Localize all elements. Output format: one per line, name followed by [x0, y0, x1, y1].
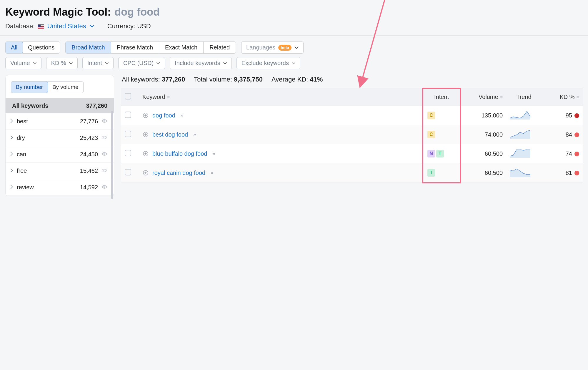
intent-cell: T [424, 163, 459, 182]
filter-row: Volume KD % Intent CPC (USD) Include key… [0, 57, 588, 75]
tab-phrase-match[interactable]: Phrase Match [111, 42, 159, 53]
intent-cell: C [424, 106, 459, 125]
database-selector[interactable]: Database: United States [5, 22, 94, 30]
eye-icon[interactable] [101, 168, 107, 174]
country-link[interactable]: United States [47, 22, 86, 30]
th-keyword[interactable]: Keyword≡ [139, 88, 424, 106]
stats-bar: All keywords: 377,260 Total volume: 9,37… [121, 75, 583, 88]
chevron-down-icon [294, 44, 299, 51]
difficulty-dot-icon [574, 152, 579, 156]
filter-volume[interactable]: Volume [5, 57, 41, 69]
difficulty-dot-icon [574, 113, 579, 118]
sort-icon: ≡ [167, 95, 170, 100]
row-checkbox[interactable] [125, 150, 131, 156]
filter-kd[interactable]: KD % [46, 57, 78, 69]
intent-cell: NT [424, 144, 459, 163]
add-keyword-icon[interactable] [142, 150, 149, 157]
keyword-groups-sidebar: By number By volume All keywords 377,260… [5, 75, 114, 196]
kd-cell: 84 [542, 125, 583, 144]
all-questions-tabs: All Questions [5, 42, 60, 54]
add-keyword-icon[interactable] [142, 112, 149, 119]
sidebar-item-label: free [17, 167, 76, 174]
filter-include-keywords[interactable]: Include keywords [170, 57, 232, 69]
row-checkbox[interactable] [125, 112, 131, 118]
table-row: dog food » C 135,000 95 [121, 106, 583, 125]
row-checkbox[interactable] [125, 131, 131, 137]
th-kd[interactable]: KD %≡ [542, 88, 583, 106]
sort-icon: ≡ [577, 95, 579, 100]
table-row: blue buffalo dog food » NT 60,500 74 [121, 144, 583, 163]
chevron-down-icon [90, 22, 94, 30]
eye-icon[interactable] [101, 151, 107, 157]
tab-exact-match[interactable]: Exact Match [159, 42, 204, 53]
difficulty-dot-icon [574, 171, 579, 175]
table-row: best dog food » C 74,000 84 [121, 125, 583, 144]
eye-icon[interactable] [101, 184, 107, 190]
database-label: Database: [5, 22, 35, 30]
tab-all[interactable]: All [5, 42, 23, 54]
double-chevron-icon[interactable]: » [211, 170, 213, 176]
sidebar-item-review[interactable]: review 14,592 [6, 179, 114, 196]
tab-related[interactable]: Related [204, 42, 236, 53]
sidebar-item-count: 24,450 [80, 151, 98, 158]
th-checkbox[interactable] [121, 88, 139, 106]
sidebar-item-label: best [17, 118, 76, 125]
filter-cpc[interactable]: CPC (USD) [118, 57, 165, 69]
svg-point-3 [104, 170, 105, 171]
chevron-right-icon [10, 118, 13, 125]
page-header: Keyword Magic Tool: dog food Database: U… [0, 0, 588, 36]
intent-badge-C: C [427, 112, 435, 119]
match-toolbar: All Questions Broad Match Phrase Match E… [0, 36, 588, 57]
kd-cell: 74 [542, 144, 583, 163]
table-row: royal canin dog food » T 60,500 81 [121, 163, 583, 182]
double-chevron-icon[interactable]: » [193, 132, 195, 137]
add-keyword-icon[interactable] [142, 170, 149, 176]
th-intent[interactable]: Intent [424, 88, 459, 106]
svg-point-0 [104, 120, 105, 122]
results-content: All keywords: 377,260 Total volume: 9,37… [121, 75, 583, 182]
trend-cell [506, 144, 542, 163]
scrollbar[interactable] [111, 111, 113, 199]
trend-cell [506, 125, 542, 144]
svg-point-1 [104, 137, 105, 138]
intent-badge-N: N [427, 150, 435, 157]
toggle-by-volume[interactable]: By volume [48, 82, 83, 93]
sidebar-item-dry[interactable]: dry 25,423 [6, 130, 114, 146]
row-checkbox[interactable] [125, 169, 131, 175]
difficulty-dot-icon [574, 132, 579, 137]
double-chevron-icon[interactable]: » [181, 112, 183, 118]
keyword-link[interactable]: dog food [152, 112, 175, 119]
sidebar-item-can[interactable]: can 24,450 [6, 146, 114, 163]
sidebar-item-best[interactable]: best 27,776 [6, 113, 114, 130]
keyword-link[interactable]: best dog food [152, 131, 188, 138]
toggle-by-number[interactable]: By number [11, 81, 48, 93]
filter-intent[interactable]: Intent [82, 57, 114, 69]
add-keyword-icon[interactable] [142, 131, 149, 138]
eye-icon[interactable] [101, 118, 107, 125]
searched-keyword: dog food [114, 6, 160, 18]
th-trend[interactable]: Trend [506, 88, 542, 106]
chevron-right-icon [10, 151, 13, 157]
th-volume[interactable]: Volume≡ [459, 88, 506, 106]
sidebar-item-count: 15,462 [80, 167, 98, 174]
languages-dropdown[interactable]: Languages beta [241, 42, 304, 54]
eye-icon[interactable] [101, 135, 107, 141]
sidebar-item-label: can [17, 151, 76, 158]
chevron-right-icon [10, 168, 13, 174]
intent-badge-C: C [427, 131, 435, 138]
sidebar-item-count: 27,776 [80, 118, 98, 125]
keyword-link[interactable]: blue buffalo dog food [152, 150, 207, 157]
svg-point-4 [104, 186, 105, 188]
tool-title: Keyword Magic Tool: [5, 6, 111, 18]
double-chevron-icon[interactable]: » [212, 151, 214, 157]
sidebar-item-free[interactable]: free 15,462 [6, 163, 114, 179]
svg-point-2 [104, 153, 105, 155]
volume-cell: 74,000 [459, 125, 506, 144]
tab-broad-match[interactable]: Broad Match [65, 42, 111, 54]
volume-cell: 135,000 [459, 106, 506, 125]
checkbox[interactable] [125, 93, 131, 99]
filter-exclude-keywords[interactable]: Exclude keywords [236, 57, 300, 69]
keyword-link[interactable]: royal canin dog food [152, 170, 205, 176]
tab-questions[interactable]: Questions [23, 42, 60, 53]
sidebar-header[interactable]: All keywords 377,260 [6, 98, 114, 113]
